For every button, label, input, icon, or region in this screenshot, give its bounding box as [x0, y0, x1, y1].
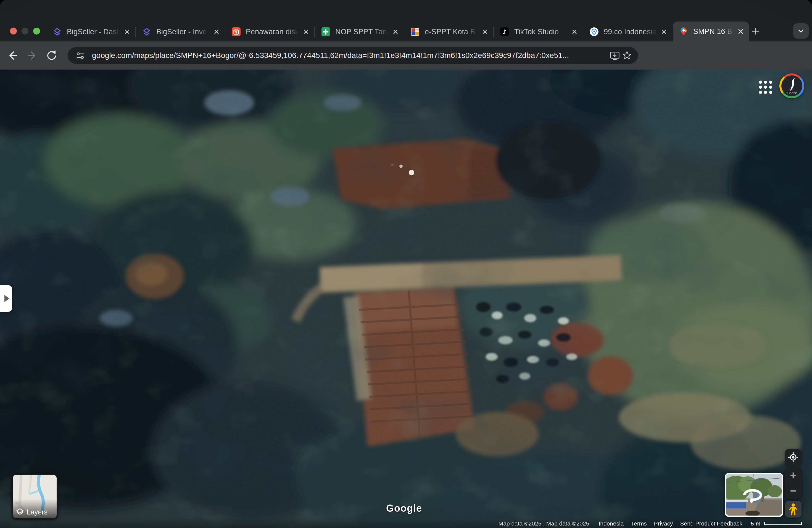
browser-toolbar: google.com/maps/place/SMPN+16+Bogor/@-6.… — [0, 41, 812, 70]
google-watermark: Google — [386, 503, 422, 514]
tab-penawaran-diskon[interactable]: S Penawaran disk — [226, 22, 314, 41]
tab-smpn-16-bogor-active[interactable]: SMPN 16 Bogor — [673, 21, 749, 41]
tab-title: e-SPPT Kota B — [425, 28, 480, 36]
tiktok-icon: ♪ — [500, 27, 509, 36]
forward-button[interactable] — [25, 48, 39, 63]
layers-label: Layers — [27, 508, 47, 516]
close-tab-icon[interactable] — [301, 27, 311, 37]
plus-icon — [751, 27, 760, 36]
svg-text:♪: ♪ — [503, 28, 507, 35]
my-location-button[interactable] — [785, 449, 801, 466]
privacy-link[interactable]: Privacy — [654, 520, 673, 527]
pin-99co-icon — [590, 27, 599, 36]
url-text[interactable]: google.com/maps/place/SMPN+16+Bogor/@-6.… — [92, 51, 609, 60]
zoom-window-button[interactable] — [33, 28, 40, 34]
site-settings-icon[interactable] — [74, 49, 86, 62]
tab-title: Penawaran disk — [246, 28, 301, 36]
map-data-credit: Map data ©2025 , Map data ©2025 — [498, 520, 590, 527]
bigseller-icon — [142, 27, 151, 36]
close-tab-icon[interactable] — [480, 27, 490, 37]
new-tab-button[interactable] — [748, 24, 764, 39]
layers-button[interactable]: Layers — [12, 473, 58, 520]
zoom-controls: + − — [785, 468, 801, 499]
minimize-window-button[interactable] — [21, 28, 28, 34]
macos-traffic-lights[interactable] — [10, 28, 40, 34]
attribution-bar: Map data ©2025 , Map data ©2025 Indonesi… — [498, 520, 802, 527]
scale-label: 5 m — [751, 520, 760, 527]
tab-title: TikTok Studio — [514, 28, 569, 36]
feedback-link[interactable]: Send Product Feedback — [680, 520, 742, 527]
region-link[interactable]: Indonesia — [598, 520, 624, 527]
street-view-thumbnail-image — [726, 474, 782, 516]
close-window-button[interactable] — [10, 28, 17, 34]
tab-title: BigSeller - Dash — [67, 28, 122, 36]
tab-title: BigSeller - Inve — [156, 28, 212, 36]
address-bar[interactable]: google.com/maps/place/SMPN+16+Bogor/@-6.… — [68, 47, 638, 64]
my-location-icon — [788, 452, 799, 463]
close-tab-icon[interactable] — [569, 27, 579, 37]
tab-title: NOP SPPT Tana — [335, 28, 391, 36]
back-button[interactable] — [5, 48, 20, 63]
tab-99co-indonesia[interactable]: 99.co Indonesia — [583, 22, 672, 41]
chevron-down-icon — [797, 27, 805, 35]
avatar-label: iChabe — [781, 91, 802, 95]
close-tab-icon[interactable] — [391, 27, 401, 37]
street-view-preview[interactable] — [725, 473, 783, 517]
tab-title: 99.co Indonesia — [604, 28, 659, 36]
google-apps-grid-button[interactable] — [758, 79, 773, 95]
green-plus-icon — [321, 27, 330, 36]
zoom-in-button[interactable]: + — [785, 468, 801, 483]
svg-text:S: S — [235, 31, 237, 34]
tab-bigseller-dashboard[interactable]: BigSeller - Dash — [46, 22, 135, 41]
bookmark-star-icon[interactable] — [621, 49, 633, 62]
crest-icon — [410, 27, 420, 36]
shopee-icon: S — [231, 27, 241, 36]
side-panel-expand-handle[interactable] — [0, 285, 12, 312]
tab-title: SMPN 16 Bogor — [693, 27, 736, 36]
tab-nop-sppt[interactable]: NOP SPPT Tana — [315, 22, 404, 41]
pegman-icon — [788, 503, 798, 515]
account-avatar-button[interactable]: iChabe — [779, 73, 804, 98]
terms-link[interactable]: Terms — [631, 520, 647, 527]
browser-window: BigSeller - Dash BigSeller - Inve S Pena… — [0, 0, 812, 528]
back-arrow-icon — [5, 48, 20, 63]
chili-avatar-icon: iChabe — [781, 75, 802, 97]
layers-icon — [16, 508, 24, 516]
bigseller-icon — [53, 27, 62, 36]
close-tab-icon[interactable] — [122, 27, 132, 37]
forward-arrow-icon — [25, 48, 39, 63]
install-app-icon[interactable] — [609, 49, 621, 62]
close-tab-icon[interactable] — [659, 27, 669, 37]
satellite-map-canvas[interactable] — [0, 70, 812, 528]
tab-strip: BigSeller - Dash BigSeller - Inve S Pena… — [0, 0, 812, 41]
google-maps-icon — [679, 27, 688, 36]
pegman-button[interactable] — [785, 501, 801, 517]
reload-icon — [44, 48, 59, 63]
tab-tiktok-studio[interactable]: ♪ TikTok Studio — [494, 22, 583, 41]
satellite-imagery — [0, 70, 812, 528]
tab-bigseller-inventory[interactable]: BigSeller - Inve — [136, 22, 225, 41]
chevron-right-icon — [4, 295, 10, 302]
tab-esppt-kota-bogor[interactable]: e-SPPT Kota B — [404, 22, 493, 41]
tab-search-button[interactable] — [793, 23, 809, 39]
reload-button[interactable] — [44, 48, 59, 63]
zoom-out-button[interactable]: − — [785, 483, 801, 498]
scale-bar — [764, 522, 802, 525]
close-tab-icon[interactable] — [736, 27, 746, 36]
close-tab-icon[interactable] — [212, 27, 221, 37]
